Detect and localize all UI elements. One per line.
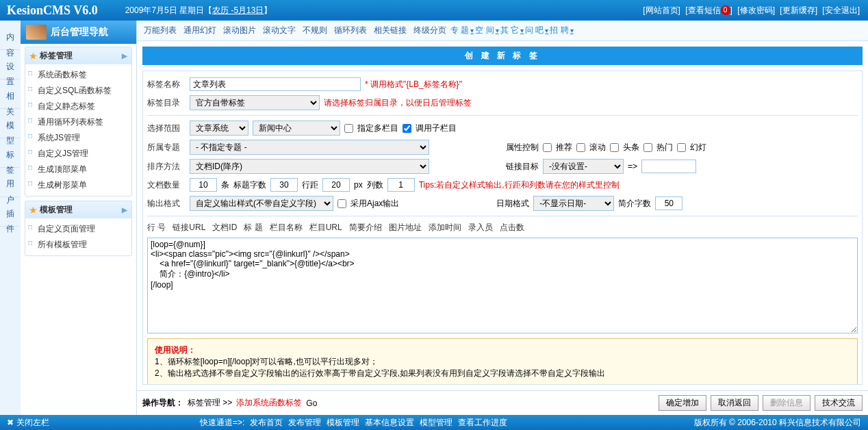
input-cols[interactable] xyxy=(387,178,415,192)
tab-space[interactable]: 空 间 ▾ xyxy=(475,25,498,36)
btn-tech[interactable]: 技术交流 xyxy=(815,395,863,411)
chk-multi-col[interactable] xyxy=(344,124,353,133)
vtab-content[interactable]: 内 容 xyxy=(0,21,20,50)
input-linktarget[interactable] xyxy=(641,160,696,173)
msg-badge: 0 xyxy=(721,5,730,15)
tab-scrollimg[interactable]: 滚动图片 xyxy=(220,23,259,38)
panel-title: 创 建 新 标 签 xyxy=(142,47,863,65)
tab-job[interactable]: 招 聘 ▾ xyxy=(550,25,573,36)
tree-item-alltpl[interactable]: 所有模板管理 xyxy=(25,237,131,253)
fbtn-imgurl[interactable]: 图片地址 xyxy=(389,222,422,233)
star-icon: ★ xyxy=(29,205,37,215)
select-output[interactable]: 自定义输出样式(不带自定义字段) xyxy=(190,196,333,211)
vtab-plugin[interactable]: 插 件 xyxy=(0,197,20,227)
chk-hot[interactable] xyxy=(643,143,652,152)
tree-group-label[interactable]: ★标签管理▶ xyxy=(25,47,131,64)
fbtn-linkurl[interactable]: 链接URL xyxy=(173,222,205,233)
quick-pubmgr[interactable]: 发布管理 xyxy=(288,417,321,429)
label-output: 输出格式 xyxy=(147,198,186,210)
tab-other[interactable]: 其 它 ▾ xyxy=(500,25,524,36)
chk-slide[interactable] xyxy=(677,143,686,152)
link-msg[interactable]: [查看短信0] xyxy=(685,5,732,15)
chk-recommend[interactable] xyxy=(543,143,552,152)
input-label-name[interactable] xyxy=(190,77,361,91)
btn-cancel[interactable]: 取消返回 xyxy=(711,395,758,411)
link-logout[interactable]: [安全退出] xyxy=(822,5,860,15)
input-introlen[interactable] xyxy=(655,197,682,210)
chevron-down-icon: ▾ xyxy=(545,27,548,34)
vtab-related[interactable]: 相 关 xyxy=(0,79,20,109)
fbtn-rowno[interactable]: 行 号 xyxy=(147,222,166,233)
fbtn-hits[interactable]: 点击数 xyxy=(500,222,524,233)
label-name: 标签名称 xyxy=(147,79,186,90)
tree-item-custompage[interactable]: 自定义页面管理 xyxy=(25,221,131,237)
label-count: 文档数量 xyxy=(147,179,186,191)
tree-item-topmenu[interactable]: 生成顶部菜单 xyxy=(25,162,131,177)
fbtn-title[interactable]: 标 题 xyxy=(244,222,262,233)
close-left-panel[interactable]: ✖关闭左栏 xyxy=(7,417,49,429)
chk-ajax[interactable] xyxy=(337,199,346,208)
opnav-link[interactable]: 添加系统函数标签 xyxy=(236,397,302,409)
fbtn-addtime[interactable]: 添加时间 xyxy=(429,222,461,233)
tree-item-customjs[interactable]: 自定义JS管理 xyxy=(25,146,131,162)
tree-item-sqlfunc[interactable]: 自定义SQL函数标签 xyxy=(25,83,131,99)
tab-scrolltxt[interactable]: 滚动文字 xyxy=(260,23,298,38)
app-logo: KesionCMS V6.0 xyxy=(7,3,98,18)
select-linktarget[interactable]: -没有设置- xyxy=(543,159,624,174)
select-topic[interactable]: - 不指定专题 - xyxy=(190,140,429,155)
usage-title: 使用说明： xyxy=(155,344,850,356)
tree-item-loop[interactable]: 通用循环列表标签 xyxy=(25,114,131,130)
btn-submit[interactable]: 确定增加 xyxy=(659,395,706,411)
vtab-settings[interactable]: 设 置 xyxy=(0,50,20,79)
quick-tplmgr[interactable]: 模板管理 xyxy=(327,417,359,429)
quick-modelmgr[interactable]: 模型管理 xyxy=(420,417,452,429)
select-dir[interactable]: 官方自带标签 xyxy=(190,95,320,110)
chevron-right-icon: ▶ xyxy=(122,206,127,214)
tab-ask[interactable]: 问 吧 ▾ xyxy=(525,25,548,36)
tab-related[interactable]: 相关链接 xyxy=(371,23,409,38)
tab-slide[interactable]: 通用幻灯 xyxy=(181,23,219,38)
tree-item-static[interactable]: 自定义静态标签 xyxy=(25,99,131,114)
fbtn-colurl[interactable]: 栏目URL xyxy=(309,222,342,233)
btn-delete[interactable]: 删除信息 xyxy=(763,395,810,411)
fbtn-intro[interactable]: 简要介绍 xyxy=(349,222,382,233)
field-insert-buttons: 行 号 链接URL 文档ID 标 题 栏目名称 栏目URL 简要介绍 图片地址 … xyxy=(147,219,858,238)
fbtn-docid[interactable]: 文档ID xyxy=(212,222,237,233)
chevron-right-icon: ▶ xyxy=(122,52,127,60)
tree-item-treemenu[interactable]: 生成树形菜单 xyxy=(25,177,131,193)
hint-count: Tips:若自定义样式输出,行距和列数请在您的样式里控制 xyxy=(419,179,620,191)
fbtn-inputer[interactable]: 录入员 xyxy=(468,222,493,233)
quick-baseinfo[interactable]: 基本信息设置 xyxy=(365,417,414,429)
fbtn-colname[interactable]: 栏目名称 xyxy=(270,222,303,233)
input-count[interactable] xyxy=(190,178,217,192)
vtab-label[interactable]: 标 签 xyxy=(0,138,20,168)
quick-pubhome[interactable]: 发布首页 xyxy=(250,417,283,429)
select-system[interactable]: 文章系统 xyxy=(190,121,248,136)
template-code[interactable]: [loop={@num}] <li><span class="pic"><img… xyxy=(147,238,858,333)
quick-progress[interactable]: 查看工作进度 xyxy=(458,417,507,429)
chk-headline[interactable] xyxy=(610,143,619,152)
tree-item-sysjs[interactable]: 系统JS管理 xyxy=(25,130,131,146)
select-channel[interactable]: 新闻中心 xyxy=(253,121,340,136)
tree-group-template[interactable]: ★模板管理▶ xyxy=(25,201,131,218)
vtab-model[interactable]: 模 型 xyxy=(0,109,20,138)
tab-paging[interactable]: 终级分页 xyxy=(411,23,449,38)
tab-special[interactable]: 专 题 ▾ xyxy=(450,25,474,36)
input-titlelen[interactable] xyxy=(270,178,298,192)
vtab-user[interactable]: 用 户 xyxy=(0,168,20,197)
link-home[interactable]: [网站首页] xyxy=(643,5,680,15)
chk-scroll[interactable] xyxy=(576,143,585,152)
link-pwd[interactable]: [修改密码] xyxy=(737,5,775,15)
link-refresh[interactable]: [更新缓存] xyxy=(780,5,817,15)
select-dateformat[interactable]: -不显示日期- xyxy=(533,196,614,211)
avatar-icon xyxy=(26,25,47,40)
select-sort[interactable]: 文档ID(降序) xyxy=(190,159,429,174)
input-lineheight[interactable] xyxy=(322,178,350,192)
tab-univ-list[interactable]: 万能列表 xyxy=(141,23,179,38)
chevron-down-icon: ▾ xyxy=(520,27,524,34)
lunar-date-link[interactable]: 农历 -5月13日 xyxy=(212,5,264,15)
tab-looplist[interactable]: 循环列表 xyxy=(331,23,370,38)
chk-sub-col[interactable] xyxy=(403,124,411,133)
tree-item-sysfunc[interactable]: 系统函数标签 xyxy=(25,67,131,83)
tab-irregular[interactable]: 不规则 xyxy=(300,23,330,38)
